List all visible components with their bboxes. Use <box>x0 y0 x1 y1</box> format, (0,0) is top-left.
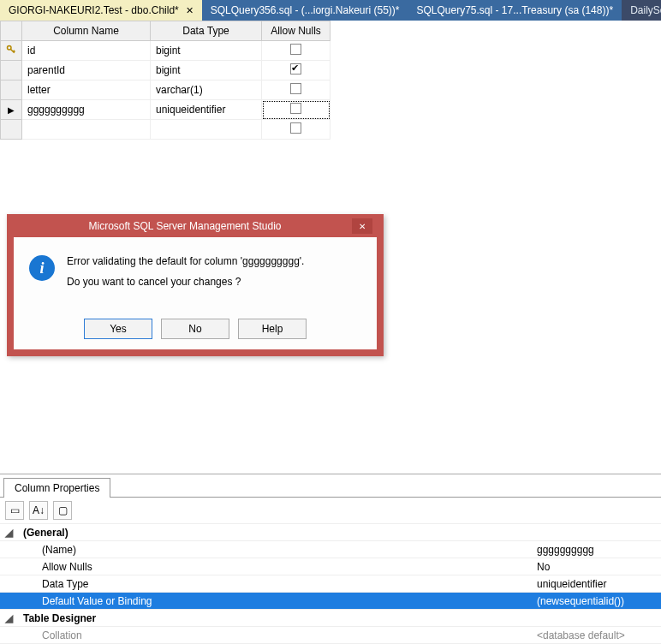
sort-az-icon: A↓ <box>33 504 45 516</box>
table-designer-grid: Column Name Data Type Allow Nulls idbigi… <box>0 21 330 140</box>
dialog-line2: Do you want to cancel your changes ? <box>67 276 304 288</box>
property-row[interactable]: (Name)gggggggggg <box>0 541 661 558</box>
no-button[interactable]: No <box>161 319 229 339</box>
allow-nulls-cell[interactable] <box>262 120 330 140</box>
allow-nulls-cell[interactable] <box>262 41 330 61</box>
data-type-cell[interactable]: bigint <box>151 41 262 61</box>
error-dialog: Microsoft SQL Server Management Studio ✕… <box>7 214 384 356</box>
tab-query75[interactable]: SQLQuery75.sql - 17...Treasury (sa (148)… <box>408 0 622 21</box>
column-properties-pane: Column Properties ▭ A↓ ▢ ◢ (General) (Na… <box>0 474 661 644</box>
row-selector[interactable] <box>1 61 22 80</box>
row-selector[interactable] <box>1 41 22 61</box>
allow-nulls-cell[interactable] <box>262 80 330 100</box>
table-row[interactable]: idbigint <box>1 41 330 61</box>
tab-query356[interactable]: SQLQuery356.sql - (...iorgi.Nakeuri (55)… <box>202 0 408 21</box>
header-allow-nulls[interactable]: Allow Nulls <box>262 21 330 41</box>
rowheader-blank <box>1 21 22 41</box>
property-pages-button[interactable]: ▢ <box>53 501 72 520</box>
row-selector[interactable] <box>1 80 22 100</box>
tab-label: DailySelect <box>630 4 661 16</box>
allow-nulls-checkbox[interactable] <box>290 44 301 55</box>
collapse-toggle[interactable]: ◢ <box>0 610 18 627</box>
dialog-line1: Error validating the default for column … <box>67 255 304 267</box>
pages-icon: ▢ <box>58 504 68 516</box>
yes-button[interactable]: Yes <box>84 319 152 339</box>
data-type-cell[interactable]: uniqueidentifier <box>151 100 262 120</box>
tab-label: GIORGI-NAKEURI2.Test - dbo.Child* <box>9 4 179 16</box>
property-value[interactable]: <database default> <box>532 627 661 644</box>
data-type-cell[interactable]: bigint <box>151 61 262 80</box>
table-row[interactable] <box>1 120 330 140</box>
property-label: Collation <box>18 627 532 644</box>
property-row[interactable]: Data Typeuniqueidentifier <box>0 575 661 593</box>
property-value[interactable]: uniqueidentifier <box>532 575 661 593</box>
header-data-type[interactable]: Data Type <box>151 21 262 41</box>
dialog-message: Error validating the default for column … <box>67 255 304 296</box>
property-row[interactable]: Collation<database default> <box>0 627 661 644</box>
data-type-cell[interactable]: varchar(1) <box>151 80 262 100</box>
close-icon[interactable]: ✕ <box>186 5 194 16</box>
category-table-designer: Table Designer <box>18 610 661 627</box>
property-grid: ◢ (General) (Name)ggggggggggAllow NullsN… <box>0 523 661 644</box>
tab-label: SQLQuery356.sql - (...iorgi.Nakeuri (55)… <box>211 4 400 16</box>
tab-active[interactable]: GIORGI-NAKEURI2.Test - dbo.Child* ✕ <box>0 0 202 21</box>
tab-dailyselect[interactable]: DailySelect <box>622 0 661 21</box>
column-name-cell[interactable]: parentId <box>22 61 151 80</box>
property-label: Data Type <box>18 575 532 593</box>
column-name-cell[interactable]: gggggggggg <box>22 100 151 120</box>
allow-nulls-cell[interactable] <box>262 100 330 120</box>
column-properties-tab[interactable]: Column Properties <box>3 478 110 498</box>
property-label: (Name) <box>18 541 532 558</box>
data-type-cell[interactable] <box>151 120 262 140</box>
allow-nulls-checkbox[interactable] <box>290 122 301 134</box>
property-label: Default Value or Binding <box>18 593 532 610</box>
dialog-title-text: Microsoft SQL Server Management Studio <box>18 220 352 232</box>
alphabetical-button[interactable]: A↓ <box>29 501 48 520</box>
property-row[interactable]: Default Value or Binding(newsequentialid… <box>0 593 661 610</box>
property-value[interactable]: No <box>532 558 661 575</box>
table-row[interactable]: lettervarchar(1) <box>1 80 330 100</box>
current-row-icon: ▶ <box>8 105 15 115</box>
info-icon: i <box>29 255 55 281</box>
table-row[interactable]: parentIdbigint <box>1 61 330 80</box>
document-tabstrip: GIORGI-NAKEURI2.Test - dbo.Child* ✕ SQLQ… <box>0 0 661 21</box>
categorize-icon: ▭ <box>10 504 20 516</box>
property-label: Allow Nulls <box>18 558 532 575</box>
allow-nulls-checkbox[interactable] <box>290 63 301 75</box>
property-value[interactable]: (newsequentialid()) <box>532 593 661 610</box>
property-value[interactable]: gggggggggg <box>532 541 661 558</box>
column-name-cell[interactable]: id <box>22 41 151 61</box>
column-name-cell[interactable]: letter <box>22 80 151 100</box>
category-general: (General) <box>18 524 661 541</box>
header-column-name[interactable]: Column Name <box>22 21 151 41</box>
close-icon[interactable]: ✕ <box>352 218 372 234</box>
row-selector[interactable]: ▶ <box>1 100 22 120</box>
categorized-button[interactable]: ▭ <box>5 501 24 520</box>
allow-nulls-checkbox[interactable] <box>290 83 301 94</box>
collapse-toggle[interactable]: ◢ <box>0 524 18 541</box>
row-selector[interactable] <box>1 120 22 140</box>
dialog-titlebar[interactable]: Microsoft SQL Server Management Studio ✕ <box>13 220 378 237</box>
allow-nulls-checkbox[interactable] <box>290 103 301 114</box>
tab-label: SQLQuery75.sql - 17...Treasury (sa (148)… <box>416 4 613 16</box>
primary-key-icon <box>6 45 16 57</box>
property-row[interactable]: Allow NullsNo <box>0 558 661 575</box>
properties-toolbar: ▭ A↓ ▢ <box>0 498 661 523</box>
table-row[interactable]: ▶gggggggggguniqueidentifier <box>1 100 330 120</box>
column-name-cell[interactable] <box>22 120 151 140</box>
allow-nulls-cell[interactable] <box>262 61 330 80</box>
help-button[interactable]: Help <box>238 319 307 339</box>
